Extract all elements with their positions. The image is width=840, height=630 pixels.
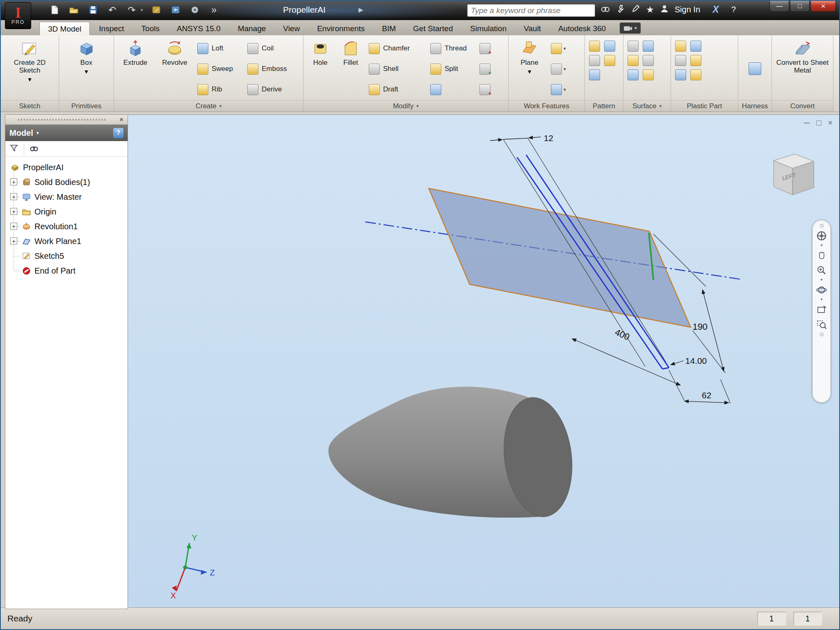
surface-tool-icon[interactable] xyxy=(628,41,639,52)
orbit-icon[interactable] xyxy=(814,283,829,297)
doc-minimize-icon[interactable]: ─ xyxy=(804,118,810,128)
draft-button[interactable]: Draft xyxy=(367,80,427,99)
plastic-tool-icon[interactable] xyxy=(675,55,686,66)
tab-get-started[interactable]: Get Started xyxy=(405,22,461,35)
mirror-icon[interactable] xyxy=(589,55,600,66)
navbar-dropdown-icon[interactable]: ▾ xyxy=(820,297,822,302)
pen-icon[interactable] xyxy=(631,4,641,16)
update-tool-icon[interactable] xyxy=(169,4,182,16)
emboss-button[interactable]: Emboss xyxy=(245,59,299,79)
search-input[interactable] xyxy=(471,6,591,15)
navbar-handle[interactable] xyxy=(820,224,824,228)
panel-label-modify[interactable]: Modify▾ xyxy=(304,100,508,112)
model-viewport[interactable]: 12 400 190 14.00 62 LEFT xyxy=(128,114,839,607)
chamfer-button[interactable]: Chamfer xyxy=(367,39,427,58)
revolve-button[interactable]: Revolve xyxy=(156,37,194,100)
create-2d-sketch-button[interactable]: Create 2D Sketch ▾ xyxy=(3,37,56,100)
navbar-dropdown-icon[interactable]: ▾ xyxy=(820,278,822,283)
ucs-button[interactable]: ▾ xyxy=(550,80,577,99)
rectangular-pattern-icon[interactable] xyxy=(589,41,600,52)
help-button[interactable]: ? xyxy=(731,5,736,14)
tab-manage[interactable]: Manage xyxy=(230,22,274,35)
expand-icon[interactable]: + xyxy=(10,193,17,200)
harness-icon[interactable] xyxy=(749,62,761,75)
direct-edit-button[interactable]: + xyxy=(477,39,497,58)
panel-label-sketch[interactable]: Sketch xyxy=(1,100,59,112)
browser-title-bar[interactable]: Model ▾ ? xyxy=(5,125,128,141)
panel-label-plastic-part[interactable]: Plastic Part xyxy=(671,100,738,112)
browser-close-icon[interactable]: × xyxy=(117,116,126,124)
undo-icon[interactable]: ↶ xyxy=(106,4,119,16)
panel-label-work-features[interactable]: Work Features xyxy=(509,100,584,112)
delete-face-button[interactable]: + xyxy=(477,59,497,79)
user-icon[interactable] xyxy=(660,4,669,16)
revolved-solid[interactable] xyxy=(329,387,579,521)
tab-3d-model[interactable]: 3D Model xyxy=(39,22,90,35)
tree-node-part-root[interactable]: PropellerAI xyxy=(5,160,128,175)
rib-button[interactable]: Rib xyxy=(195,80,244,99)
dimension-400[interactable] xyxy=(572,339,680,386)
dimension-12[interactable] xyxy=(490,137,541,141)
plastic-tool-icon[interactable] xyxy=(675,69,686,80)
tree-node-revolution1[interactable]: + Revolution1 xyxy=(5,219,128,234)
browser-grip[interactable]: × xyxy=(5,115,128,125)
surface-tool-icon[interactable] xyxy=(628,69,639,80)
point-button[interactable]: ▾ xyxy=(550,59,577,79)
panel-label-surface[interactable]: Surface▾ xyxy=(623,100,671,112)
measure-tool-icon[interactable] xyxy=(189,4,201,16)
appearance-tool-icon[interactable] xyxy=(150,4,162,16)
tab-tools[interactable]: Tools xyxy=(133,22,168,35)
exchange-apps-button[interactable]: X xyxy=(712,4,719,15)
plane-button[interactable]: Plane ▾ xyxy=(511,37,548,100)
expand-icon[interactable]: + xyxy=(10,208,17,215)
tree-node-view-master[interactable]: + View: Master xyxy=(5,189,128,204)
surface-tool-icon[interactable] xyxy=(628,55,639,66)
tab-autodesk-360[interactable]: Autodesk 360 xyxy=(550,22,614,35)
wrench-icon[interactable] xyxy=(616,4,625,16)
axis-button[interactable]: ▾ xyxy=(550,39,577,58)
derive-button[interactable]: Derive xyxy=(245,80,299,99)
tab-bim[interactable]: BIM xyxy=(374,22,404,35)
extrude-button[interactable]: Extrude xyxy=(116,37,154,100)
new-file-icon[interactable] xyxy=(48,4,61,16)
browser-help-icon[interactable]: ? xyxy=(113,128,123,138)
tab-simulation[interactable]: Simulation xyxy=(462,22,515,35)
circular-pattern-icon[interactable] xyxy=(604,41,615,52)
sketch-pattern-icon[interactable] xyxy=(604,55,615,66)
expand-icon[interactable]: + xyxy=(10,178,17,185)
tree-node-end-of-part[interactable]: End of Part xyxy=(5,263,128,278)
expand-icon[interactable]: + xyxy=(10,237,17,244)
redo-icon[interactable]: ↷ xyxy=(126,4,138,16)
fillet-button[interactable]: Fillet xyxy=(336,37,365,100)
search-binoculars-icon[interactable] xyxy=(600,4,610,16)
tab-vault[interactable]: Vault xyxy=(516,22,549,35)
screencast-camera-icon[interactable]: ▾ xyxy=(620,23,641,34)
panel-label-convert[interactable]: Convert xyxy=(772,100,833,112)
panel-label-create[interactable]: Create▾ xyxy=(114,100,303,112)
plastic-tool-icon[interactable] xyxy=(690,69,701,80)
qat-overflow-chevron[interactable]: » xyxy=(208,4,220,16)
move-bodies-button[interactable]: + xyxy=(477,80,497,99)
steering-wheel-icon[interactable] xyxy=(814,228,829,243)
tab-environments[interactable]: Environments xyxy=(309,22,373,35)
open-folder-icon[interactable] xyxy=(68,4,80,16)
tree-node-origin[interactable]: + Origin xyxy=(5,204,128,219)
look-at-icon[interactable] xyxy=(814,302,829,317)
tree-node-sketch5[interactable]: Sketch5 xyxy=(5,249,128,263)
dimension-62[interactable] xyxy=(685,401,729,403)
pattern-tool-icon[interactable] xyxy=(589,69,600,80)
navbar-dropdown-icon[interactable]: ▾ xyxy=(820,243,822,248)
tab-view[interactable]: View xyxy=(275,22,308,35)
favorites-star-icon[interactable]: ★ xyxy=(646,5,654,15)
plastic-tool-icon[interactable] xyxy=(690,55,701,66)
surface-tool-icon[interactable] xyxy=(643,41,654,52)
qat-dropdown-icon[interactable]: ▾ xyxy=(141,7,143,13)
thread-button[interactable]: Thread xyxy=(428,39,476,58)
coil-button[interactable]: Coil xyxy=(245,39,299,58)
tree-node-solid-bodies[interactable]: + Solid Bodies(1) xyxy=(5,175,128,189)
panel-label-pattern[interactable]: Pattern xyxy=(585,100,623,112)
panel-label-primitives[interactable]: Primitives xyxy=(59,100,114,112)
save-icon[interactable] xyxy=(87,4,99,16)
application-menu-button[interactable]: I PRO xyxy=(5,2,31,29)
split-button[interactable]: Split xyxy=(428,59,476,79)
